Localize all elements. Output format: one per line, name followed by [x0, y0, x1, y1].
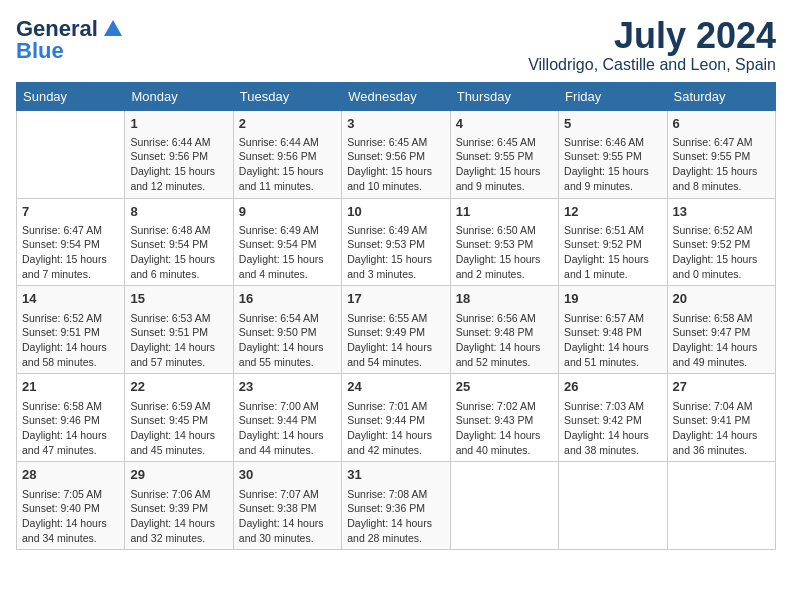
calendar-cell: 12Sunrise: 6:51 AM Sunset: 9:52 PM Dayli…	[559, 198, 667, 286]
logo-blue: Blue	[16, 38, 64, 64]
cell-content: Sunrise: 6:58 AM Sunset: 9:47 PM Dayligh…	[673, 311, 770, 370]
cell-content: Sunrise: 6:48 AM Sunset: 9:54 PM Dayligh…	[130, 223, 227, 282]
header-friday: Friday	[559, 82, 667, 110]
day-number: 11	[456, 203, 553, 221]
calendar-cell: 21Sunrise: 6:58 AM Sunset: 9:46 PM Dayli…	[17, 374, 125, 462]
calendar-cell: 5Sunrise: 6:46 AM Sunset: 9:55 PM Daylig…	[559, 110, 667, 198]
calendar-cell: 10Sunrise: 6:49 AM Sunset: 9:53 PM Dayli…	[342, 198, 450, 286]
cell-content: Sunrise: 6:53 AM Sunset: 9:51 PM Dayligh…	[130, 311, 227, 370]
header-sunday: Sunday	[17, 82, 125, 110]
location-title: Villodrigo, Castille and Leon, Spain	[528, 56, 776, 74]
day-number: 30	[239, 466, 336, 484]
cell-content: Sunrise: 6:52 AM Sunset: 9:51 PM Dayligh…	[22, 311, 119, 370]
day-number: 6	[673, 115, 770, 133]
cell-content: Sunrise: 7:02 AM Sunset: 9:43 PM Dayligh…	[456, 399, 553, 458]
day-number: 20	[673, 290, 770, 308]
day-number: 16	[239, 290, 336, 308]
calendar-cell	[667, 462, 775, 550]
cell-content: Sunrise: 7:07 AM Sunset: 9:38 PM Dayligh…	[239, 487, 336, 546]
cell-content: Sunrise: 6:52 AM Sunset: 9:52 PM Dayligh…	[673, 223, 770, 282]
day-number: 25	[456, 378, 553, 396]
cell-content: Sunrise: 6:44 AM Sunset: 9:56 PM Dayligh…	[239, 135, 336, 194]
calendar-cell: 26Sunrise: 7:03 AM Sunset: 9:42 PM Dayli…	[559, 374, 667, 462]
calendar-cell: 8Sunrise: 6:48 AM Sunset: 9:54 PM Daylig…	[125, 198, 233, 286]
day-number: 28	[22, 466, 119, 484]
header-saturday: Saturday	[667, 82, 775, 110]
cell-content: Sunrise: 6:58 AM Sunset: 9:46 PM Dayligh…	[22, 399, 119, 458]
page-header: General Blue July 2024 Villodrigo, Casti…	[16, 16, 776, 74]
cell-content: Sunrise: 6:55 AM Sunset: 9:49 PM Dayligh…	[347, 311, 444, 370]
cell-content: Sunrise: 6:46 AM Sunset: 9:55 PM Dayligh…	[564, 135, 661, 194]
day-number: 5	[564, 115, 661, 133]
day-number: 1	[130, 115, 227, 133]
day-number: 26	[564, 378, 661, 396]
calendar-cell: 15Sunrise: 6:53 AM Sunset: 9:51 PM Dayli…	[125, 286, 233, 374]
svg-marker-0	[104, 20, 122, 36]
calendar-week-4: 21Sunrise: 6:58 AM Sunset: 9:46 PM Dayli…	[17, 374, 776, 462]
day-number: 18	[456, 290, 553, 308]
header-monday: Monday	[125, 82, 233, 110]
day-number: 31	[347, 466, 444, 484]
calendar-cell: 20Sunrise: 6:58 AM Sunset: 9:47 PM Dayli…	[667, 286, 775, 374]
day-number: 15	[130, 290, 227, 308]
day-number: 21	[22, 378, 119, 396]
day-number: 29	[130, 466, 227, 484]
calendar-cell: 14Sunrise: 6:52 AM Sunset: 9:51 PM Dayli…	[17, 286, 125, 374]
cell-content: Sunrise: 7:01 AM Sunset: 9:44 PM Dayligh…	[347, 399, 444, 458]
day-number: 7	[22, 203, 119, 221]
calendar-cell: 9Sunrise: 6:49 AM Sunset: 9:54 PM Daylig…	[233, 198, 341, 286]
cell-content: Sunrise: 7:08 AM Sunset: 9:36 PM Dayligh…	[347, 487, 444, 546]
day-number: 17	[347, 290, 444, 308]
day-number: 4	[456, 115, 553, 133]
calendar-cell	[450, 462, 558, 550]
day-number: 13	[673, 203, 770, 221]
calendar-cell: 2Sunrise: 6:44 AM Sunset: 9:56 PM Daylig…	[233, 110, 341, 198]
cell-content: Sunrise: 6:57 AM Sunset: 9:48 PM Dayligh…	[564, 311, 661, 370]
calendar-cell: 27Sunrise: 7:04 AM Sunset: 9:41 PM Dayli…	[667, 374, 775, 462]
day-number: 22	[130, 378, 227, 396]
cell-content: Sunrise: 6:59 AM Sunset: 9:45 PM Dayligh…	[130, 399, 227, 458]
header-tuesday: Tuesday	[233, 82, 341, 110]
calendar-cell: 31Sunrise: 7:08 AM Sunset: 9:36 PM Dayli…	[342, 462, 450, 550]
cell-content: Sunrise: 6:47 AM Sunset: 9:54 PM Dayligh…	[22, 223, 119, 282]
day-number: 8	[130, 203, 227, 221]
cell-content: Sunrise: 6:45 AM Sunset: 9:56 PM Dayligh…	[347, 135, 444, 194]
cell-content: Sunrise: 7:03 AM Sunset: 9:42 PM Dayligh…	[564, 399, 661, 458]
cell-content: Sunrise: 6:49 AM Sunset: 9:53 PM Dayligh…	[347, 223, 444, 282]
calendar-cell: 7Sunrise: 6:47 AM Sunset: 9:54 PM Daylig…	[17, 198, 125, 286]
day-number: 3	[347, 115, 444, 133]
calendar-cell: 16Sunrise: 6:54 AM Sunset: 9:50 PM Dayli…	[233, 286, 341, 374]
calendar-cell: 25Sunrise: 7:02 AM Sunset: 9:43 PM Dayli…	[450, 374, 558, 462]
calendar-cell: 23Sunrise: 7:00 AM Sunset: 9:44 PM Dayli…	[233, 374, 341, 462]
calendar-cell: 18Sunrise: 6:56 AM Sunset: 9:48 PM Dayli…	[450, 286, 558, 374]
day-number: 27	[673, 378, 770, 396]
calendar-cell	[17, 110, 125, 198]
calendar-week-1: 1Sunrise: 6:44 AM Sunset: 9:56 PM Daylig…	[17, 110, 776, 198]
calendar-cell: 4Sunrise: 6:45 AM Sunset: 9:55 PM Daylig…	[450, 110, 558, 198]
title-area: July 2024 Villodrigo, Castille and Leon,…	[528, 16, 776, 74]
cell-content: Sunrise: 6:56 AM Sunset: 9:48 PM Dayligh…	[456, 311, 553, 370]
day-number: 24	[347, 378, 444, 396]
cell-content: Sunrise: 6:51 AM Sunset: 9:52 PM Dayligh…	[564, 223, 661, 282]
day-number: 23	[239, 378, 336, 396]
cell-content: Sunrise: 6:50 AM Sunset: 9:53 PM Dayligh…	[456, 223, 553, 282]
calendar-cell: 30Sunrise: 7:07 AM Sunset: 9:38 PM Dayli…	[233, 462, 341, 550]
cell-content: Sunrise: 7:05 AM Sunset: 9:40 PM Dayligh…	[22, 487, 119, 546]
day-number: 12	[564, 203, 661, 221]
header-wednesday: Wednesday	[342, 82, 450, 110]
calendar-week-5: 28Sunrise: 7:05 AM Sunset: 9:40 PM Dayli…	[17, 462, 776, 550]
calendar-cell: 28Sunrise: 7:05 AM Sunset: 9:40 PM Dayli…	[17, 462, 125, 550]
calendar-cell: 22Sunrise: 6:59 AM Sunset: 9:45 PM Dayli…	[125, 374, 233, 462]
calendar-cell: 17Sunrise: 6:55 AM Sunset: 9:49 PM Dayli…	[342, 286, 450, 374]
cell-content: Sunrise: 6:49 AM Sunset: 9:54 PM Dayligh…	[239, 223, 336, 282]
calendar-week-3: 14Sunrise: 6:52 AM Sunset: 9:51 PM Dayli…	[17, 286, 776, 374]
logo: General Blue	[16, 16, 124, 64]
day-number: 10	[347, 203, 444, 221]
header-thursday: Thursday	[450, 82, 558, 110]
calendar-header-row: SundayMondayTuesdayWednesdayThursdayFrid…	[17, 82, 776, 110]
day-number: 2	[239, 115, 336, 133]
cell-content: Sunrise: 6:54 AM Sunset: 9:50 PM Dayligh…	[239, 311, 336, 370]
calendar-cell: 29Sunrise: 7:06 AM Sunset: 9:39 PM Dayli…	[125, 462, 233, 550]
calendar-cell: 3Sunrise: 6:45 AM Sunset: 9:56 PM Daylig…	[342, 110, 450, 198]
month-title: July 2024	[528, 16, 776, 56]
